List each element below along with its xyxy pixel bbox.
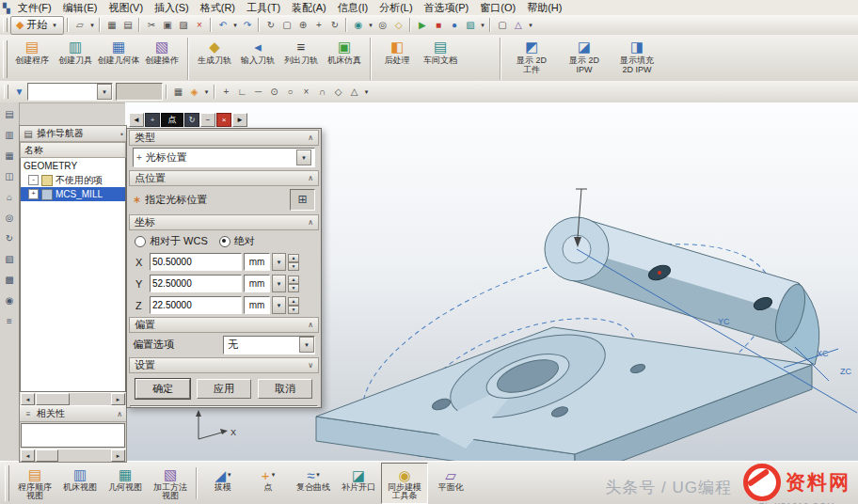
navigator-title-bar[interactable]: ▤ 操作导航器 ▪: [20, 126, 126, 142]
snap-point-icon[interactable]: +: [218, 84, 234, 100]
selbar-grip[interactable]: [4, 85, 8, 99]
section-settings[interactable]: 设置 ∨: [129, 357, 319, 373]
scroll-thumb[interactable]: [36, 393, 70, 405]
selection-filter-icon[interactable]: ▼: [11, 84, 27, 100]
snap-intersection-icon[interactable]: ×: [298, 84, 314, 100]
orient-view-icon[interactable]: ◇: [390, 17, 406, 33]
snap-quadrant-icon[interactable]: ◇: [330, 84, 346, 100]
machining-wizard-icon[interactable]: ◉: [2, 293, 17, 307]
delete-icon[interactable]: ×: [191, 17, 207, 33]
dependencies-header[interactable]: ≡ 相关性 ∧: [20, 405, 126, 422]
section-point-position[interactable]: 点位置 ∧: [129, 170, 319, 186]
snap-endpoint-icon[interactable]: ∟: [234, 84, 250, 100]
x-spin-up-icon[interactable]: ▲: [288, 254, 299, 262]
y-unit-caret-icon[interactable]: ▼: [272, 275, 286, 292]
section-type[interactable]: 类型 ∧: [129, 130, 319, 146]
show-2d-workpiece-button[interactable]: ◩ 显示 2D 工件: [505, 36, 558, 79]
list-toolpath-button[interactable]: ≡ 列出刀轨: [279, 36, 323, 79]
rail-close-icon[interactable]: ×: [216, 113, 231, 127]
selection-scope-caret-icon[interactable]: ▼: [97, 84, 112, 100]
rail-forward-icon[interactable]: ►: [232, 113, 247, 127]
point-type-combo[interactable]: + 光标位置 ▼: [133, 148, 315, 167]
command-finder-box[interactable]: [116, 83, 163, 101]
menu-tools[interactable]: 工具(T): [241, 1, 286, 15]
absolute-radio[interactable]: [219, 236, 230, 247]
rail-point-dialog-tab[interactable]: 点: [161, 113, 183, 127]
wireframe-icon[interactable]: ◎: [374, 17, 390, 33]
stop-icon[interactable]: ■: [430, 17, 446, 33]
shop-documentation-button[interactable]: ▤ 车间文档: [419, 36, 462, 79]
zoom-icon[interactable]: ⊕: [294, 17, 310, 33]
paste-icon[interactable]: ▨: [175, 17, 191, 33]
dep-scroll-right-icon[interactable]: ►: [111, 449, 125, 462]
planarize-button[interactable]: ▱ 平面化: [428, 464, 473, 503]
section-offset-chevron-icon[interactable]: ∧: [308, 321, 313, 329]
measure-caret-icon[interactable]: ▾: [526, 17, 534, 33]
shaded-caret-icon[interactable]: ▾: [366, 17, 374, 33]
relative-wcs-radio[interactable]: [135, 236, 146, 247]
play-icon[interactable]: ▶: [414, 17, 430, 33]
point-constructor-button[interactable]: ⊞: [290, 189, 315, 211]
menu-window[interactable]: 窗口(O): [474, 1, 521, 15]
show-filled-2d-ipw-button[interactable]: ◨ 显示填充 2D IPW: [611, 36, 663, 79]
print-icon[interactable]: ▤: [119, 17, 135, 33]
z-spinner[interactable]: ▲ ▼: [288, 297, 299, 313]
draft-caret-icon[interactable]: ▾: [228, 470, 231, 479]
menu-information[interactable]: 信息(I): [332, 1, 373, 15]
section-coordinates[interactable]: 坐标 ∧: [129, 214, 319, 230]
create-program-button[interactable]: ▤ 创建程序: [10, 36, 54, 79]
tree-row-geometry[interactable]: GEOMETRY: [21, 159, 125, 173]
draft-button[interactable]: ◢ ▾ 拔模: [200, 464, 246, 503]
patch-opening-button[interactable]: ◪ 补片开口: [336, 464, 381, 503]
cut-icon[interactable]: ✂: [143, 17, 159, 33]
toolbar-grip[interactable]: [3, 18, 8, 32]
composite-curve-caret-icon[interactable]: ▾: [316, 470, 320, 479]
layers-caret-icon[interactable]: ▾: [478, 17, 486, 33]
z-spin-up-icon[interactable]: ▲: [288, 297, 299, 306]
dep-scroll-left-icon[interactable]: ◄: [21, 449, 35, 462]
start-button[interactable]: ◆ 开始 ▾: [10, 16, 64, 35]
pin-icon[interactable]: ▪: [120, 130, 123, 138]
y-spinner[interactable]: ▲ ▼: [288, 276, 299, 291]
snap-vertex-icon[interactable]: △: [346, 84, 362, 100]
postprocess-button[interactable]: ◧ 后处理: [375, 36, 419, 79]
x-spin-down-icon[interactable]: ▼: [288, 262, 299, 271]
scroll-left-icon[interactable]: ◄: [21, 393, 35, 405]
tree-row-mcs-mill[interactable]: + MCS_MILL: [21, 187, 125, 201]
reuse-library-icon[interactable]: ◫: [2, 169, 17, 183]
menu-file[interactable]: 文件(F): [12, 1, 57, 15]
program-order-view-button[interactable]: ▤ 程序顺序 视图: [12, 464, 57, 503]
ribbon-grip[interactable]: [3, 40, 8, 78]
rail-cursor-icon[interactable]: +: [145, 113, 160, 127]
tree-row-unused-items[interactable]: - 不使用的项: [21, 173, 125, 187]
mcs-mill-expander-icon[interactable]: +: [28, 189, 39, 199]
info-icon[interactable]: ●: [446, 17, 462, 33]
scroll-right-icon[interactable]: ►: [111, 393, 125, 405]
rail-back-icon[interactable]: ◄: [129, 113, 144, 127]
z-spin-down-icon[interactable]: ▼: [288, 306, 299, 314]
dependencies-scrollbar[interactable]: ◄ ►: [20, 449, 126, 462]
section-settings-chevron-icon[interactable]: ∨: [308, 361, 313, 370]
menu-preferences[interactable]: 首选项(P): [419, 1, 475, 15]
create-operation-button[interactable]: ▧ 创建操作: [140, 36, 183, 79]
constraint-navigator-icon[interactable]: ▥: [2, 128, 17, 142]
measure-icon[interactable]: △: [510, 17, 526, 33]
rail-minimize-icon[interactable]: −: [200, 113, 215, 127]
highlight-caret-icon[interactable]: ▾: [202, 84, 211, 100]
sketch-icon[interactable]: ▱: [72, 17, 87, 33]
snap-tangent-icon[interactable]: ∩: [314, 84, 330, 100]
highlight-icon[interactable]: ◈: [186, 84, 202, 100]
rail-reset-icon[interactable]: ↻: [184, 113, 199, 127]
y-spin-up-icon[interactable]: ▲: [288, 276, 299, 284]
history-icon[interactable]: ↻: [2, 231, 17, 245]
section-point-chevron-icon[interactable]: ∧: [308, 174, 313, 182]
roles-icon[interactable]: ≡: [2, 314, 17, 328]
name-column-header[interactable]: 名称: [20, 142, 126, 158]
show-2d-ipw-button[interactable]: ◪ 显示 2D IPW: [558, 36, 611, 79]
generate-toolpath-button[interactable]: ◆ 生成刀轨: [193, 36, 236, 79]
snap-midpoint-icon[interactable]: ─: [250, 84, 266, 100]
create-geometry-button[interactable]: ▦ 创建几何体: [97, 36, 140, 79]
point-caret-icon[interactable]: ▾: [272, 470, 276, 479]
composite-curve-button[interactable]: ≈ ▾ 复合曲线: [291, 464, 336, 503]
rotate-icon[interactable]: ↻: [326, 17, 342, 33]
